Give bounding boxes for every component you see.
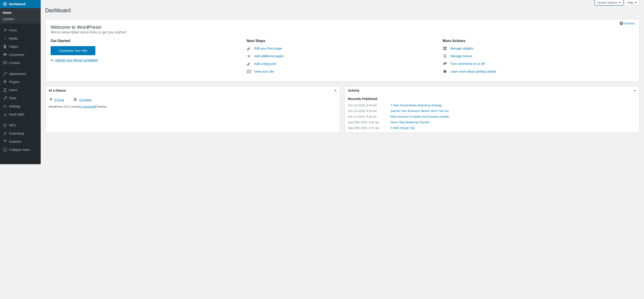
activity-date: Sep 26th 2019, 4:30 am	[348, 121, 386, 124]
sidebar-label: Settings	[9, 105, 20, 108]
welcome-panel: ✕ Dismiss Welcome to WordPress! We've as…	[45, 19, 640, 82]
chevron-down-icon	[635, 2, 637, 4]
main-content: Screen Options Help Dashboard ✕ Dismiss …	[41, 0, 644, 164]
sidebar-item-gutenberg[interactable]: Gutenberg	[0, 129, 41, 138]
close-icon: ✕	[620, 22, 623, 25]
sidebar-item-plugins[interactable]: Plugins	[0, 78, 41, 86]
sidebar-item-comments[interactable]: Comments	[0, 51, 41, 59]
sidebar-item-gutentor[interactable]: Gutentor	[0, 138, 41, 146]
add-pages-link[interactable]: Add additional pages	[254, 54, 284, 58]
collapse-toggle-icon[interactable]	[334, 90, 337, 91]
activity-date: Oct 1st 2019, 8:30 am	[348, 104, 386, 107]
plug-icon	[3, 80, 7, 84]
dismiss-button[interactable]: ✕ Dismiss	[620, 22, 635, 25]
edit-icon	[246, 62, 251, 66]
activity-post-link[interactable]: 7 Step Social Media Marketing Strategy	[390, 104, 442, 107]
sidebar-item-posts[interactable]: Posts	[0, 26, 41, 34]
admin-sidebar: Dashboard Home Updates Posts Media Pages…	[0, 0, 41, 164]
pages-icon	[73, 98, 77, 102]
learn-more-link[interactable]: Learn more about getting started	[450, 70, 496, 73]
sidebar-subitem-home[interactable]: Home	[0, 10, 41, 16]
svg-point-3	[248, 71, 249, 72]
activity-date: Sep 26th 2019, 4:27 am	[348, 126, 386, 130]
comment-icon	[3, 53, 7, 57]
seo-icon	[3, 123, 7, 128]
collapse-toggle-icon[interactable]	[634, 90, 636, 91]
activity-box: Activity Recently Published Oct 1st 2019…	[344, 86, 640, 133]
sidebar-item-appearance[interactable]: Appearance	[0, 70, 41, 78]
page-title: Dashboard	[45, 6, 640, 15]
theme-link[interactable]: CosmosWP	[82, 105, 97, 108]
dashboard-icon	[3, 2, 7, 6]
sidebar-label: Dashboard	[9, 2, 26, 6]
comments-toggle-link[interactable]: Turn comments on or off	[450, 62, 485, 66]
sidebar-label: Contact	[9, 61, 20, 65]
manage-widgets-link[interactable]: Manage widgets	[450, 47, 474, 50]
sidebar-label: Posts	[9, 29, 17, 32]
manage-menus-link[interactable]: Manage menus	[450, 54, 472, 58]
sidebar-label: SEO	[9, 124, 16, 127]
sidebar-label: Collapse menu	[9, 148, 30, 152]
posts-count-link[interactable]: 5 Posts	[48, 98, 64, 102]
or-prefix: or,	[50, 58, 55, 62]
pencil-icon	[3, 131, 7, 136]
collapse-icon	[3, 147, 7, 152]
screen-options-button[interactable]: Screen Options	[595, 0, 624, 6]
chart-icon	[3, 112, 7, 117]
activity-date: Oct 1st 2019, 8:29 am	[348, 109, 386, 113]
sidebar-label: Users	[9, 88, 18, 92]
activity-date: Oct 1st 2019, 8:26 am	[348, 115, 386, 118]
page-icon	[3, 44, 7, 49]
sidebar-item-users[interactable]: Users	[0, 86, 41, 94]
pages-count-link[interactable]: 15 Pages	[73, 98, 92, 102]
customize-site-button[interactable]: Customize Your Site	[50, 46, 95, 55]
activity-list: Oct 1st 2019, 8:30 am7 Step Social Media…	[348, 102, 636, 131]
help-button[interactable]: Help	[625, 0, 640, 6]
sidebar-item-tools[interactable]: Tools	[0, 94, 41, 102]
wp-version-line: WordPress 5.3.2 running CosmosWP theme.	[48, 105, 337, 108]
widgets-icon	[443, 46, 447, 51]
top-bar: Screen Options Help	[45, 0, 640, 6]
brush-icon	[3, 72, 7, 76]
sidebar-item-pages[interactable]: Pages	[0, 43, 41, 51]
sidebar-label: Gutentor	[9, 140, 21, 143]
sidebar-subitem-updates[interactable]: Updates	[0, 16, 41, 22]
activity-heading: Activity	[348, 89, 360, 92]
learn-icon	[443, 69, 447, 74]
sidebar-item-settings[interactable]: Settings	[0, 102, 41, 110]
at-a-glance-box: At a Glance 5 Posts 15 Pages	[45, 86, 340, 133]
change-theme-link[interactable]: change your theme completely	[55, 58, 98, 62]
activity-post-link[interactable]: Secrets Your Business Mentor Won't Tell …	[390, 109, 449, 113]
more-actions-column: More Actions Manage widgets Manage menus…	[443, 39, 634, 77]
user-icon	[3, 88, 7, 92]
svg-point-1	[3, 148, 7, 152]
dismiss-label: Dismiss	[624, 22, 635, 25]
chevron-down-icon	[619, 2, 621, 4]
help-label: Help	[627, 1, 634, 4]
sidebar-item-collapse[interactable]: Collapse menu	[0, 146, 41, 154]
sidebar-item-rankmath[interactable]: Rank Math	[0, 110, 41, 119]
activity-item: Oct 1st 2019, 8:26 amMain reasons to exp…	[348, 114, 636, 119]
next-steps-heading: Next Steps	[246, 39, 438, 43]
running-suffix: theme.	[98, 105, 107, 108]
plus-icon	[246, 54, 251, 58]
view-site-link[interactable]: View your site	[254, 70, 274, 73]
sidebar-item-seo[interactable]: SEO	[0, 121, 41, 129]
posts-count-text: 5 Posts	[54, 98, 64, 102]
sidebar-item-contact[interactable]: Contact	[0, 59, 41, 67]
sidebar-item-media[interactable]: Media	[0, 34, 41, 43]
activity-item: Oct 1st 2019, 8:29 amSecrets Your Busine…	[348, 108, 636, 114]
recently-published-heading: Recently Published	[348, 95, 636, 102]
activity-post-link[interactable]: Main reasons to explain fast business bu…	[390, 115, 449, 118]
sidebar-label: Media	[9, 37, 18, 40]
activity-post-link[interactable]: 5 Web Design Tips	[390, 126, 415, 130]
sliders-icon	[3, 104, 7, 109]
sidebar-label: Gutenberg	[9, 132, 24, 135]
pin-icon	[48, 98, 53, 102]
sidebar-label: Plugins	[9, 80, 20, 84]
sidebar-item-dashboard[interactable]: Dashboard	[0, 0, 41, 8]
add-blog-post-link[interactable]: Add a blog post	[254, 62, 276, 66]
edit-front-page-link[interactable]: Edit your front page	[254, 47, 282, 50]
activity-post-link[interactable]: Never Stop Believing Yourself	[390, 121, 429, 124]
sidebar-submenu: Home Updates	[0, 8, 41, 24]
